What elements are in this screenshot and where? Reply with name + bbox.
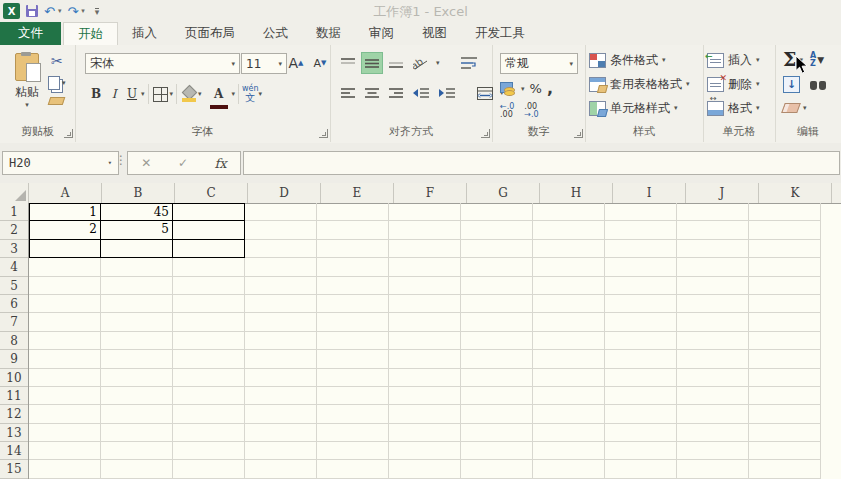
cell-C3[interactable]: [173, 240, 245, 258]
cell-E15[interactable]: [317, 460, 389, 478]
cell-B12[interactable]: [101, 405, 173, 423]
cell-I5[interactable]: [605, 277, 677, 295]
cell-F13[interactable]: [389, 424, 461, 442]
cell-D11[interactable]: [245, 387, 317, 405]
cell-J13[interactable]: [677, 424, 749, 442]
cell-F10[interactable]: [389, 369, 461, 387]
align-center-icon[interactable]: [362, 83, 382, 103]
cell-B14[interactable]: [101, 442, 173, 460]
cell-C10[interactable]: [173, 369, 245, 387]
borders-icon[interactable]: [152, 83, 170, 105]
cell-C2[interactable]: [173, 221, 245, 239]
find-select-icon[interactable]: [810, 79, 826, 90]
cell-I7[interactable]: [605, 313, 677, 331]
cell-G1[interactable]: [461, 203, 533, 221]
name-box[interactable]: H20 ▾: [2, 151, 119, 175]
cell-I1[interactable]: [605, 203, 677, 221]
cell-H9[interactable]: [533, 350, 605, 368]
row-header[interactable]: 4: [0, 258, 28, 276]
row-header[interactable]: 1: [0, 203, 28, 221]
row-header[interactable]: 6: [0, 295, 28, 313]
increase-indent-icon[interactable]: [436, 83, 458, 103]
cell-G12[interactable]: [461, 405, 533, 423]
cell-F12[interactable]: [389, 405, 461, 423]
cell-C14[interactable]: [173, 442, 245, 460]
insert-function-icon[interactable]: fx: [215, 156, 227, 171]
cell-F8[interactable]: [389, 332, 461, 350]
cell-F6[interactable]: [389, 295, 461, 313]
cell-I15[interactable]: [605, 460, 677, 478]
row-header[interactable]: 10: [0, 369, 28, 387]
alignment-dialog-launcher-icon[interactable]: [481, 129, 490, 138]
cell-G13[interactable]: [461, 424, 533, 442]
cell-J14[interactable]: [677, 442, 749, 460]
cell-B15[interactable]: [101, 460, 173, 478]
cell-I8[interactable]: [605, 332, 677, 350]
cell-K10[interactable]: [749, 369, 821, 387]
cell-F4[interactable]: [389, 258, 461, 276]
cell-G15[interactable]: [461, 460, 533, 478]
copy-dropdown-icon[interactable]: ▾: [62, 79, 66, 87]
cell-B7[interactable]: [101, 313, 173, 331]
cell-J5[interactable]: [677, 277, 749, 295]
cell-B9[interactable]: [101, 350, 173, 368]
cell-H3[interactable]: [533, 240, 605, 258]
cell-J12[interactable]: [677, 405, 749, 423]
formula-input[interactable]: [243, 151, 840, 175]
clear-dropdown-icon[interactable]: ▾: [803, 104, 807, 112]
cell-G4[interactable]: [461, 258, 533, 276]
name-box-dropdown-icon[interactable]: ▾: [108, 159, 112, 167]
row-header[interactable]: 7: [0, 313, 28, 331]
font-dialog-launcher-icon[interactable]: [319, 129, 328, 138]
row-header[interactable]: 3: [0, 240, 28, 258]
cell-D1[interactable]: [245, 203, 317, 221]
cell-C12[interactable]: [173, 405, 245, 423]
cell-F15[interactable]: [389, 460, 461, 478]
decrease-decimal-icon[interactable]: .00→.0: [524, 103, 538, 119]
fill-button[interactable]: ↓: [783, 76, 800, 93]
cell-D2[interactable]: [245, 221, 317, 239]
tab-data[interactable]: 数据: [302, 22, 355, 45]
cell-H10[interactable]: [533, 369, 605, 387]
borders-dropdown-icon[interactable]: ▾: [170, 90, 174, 98]
increase-decimal-icon[interactable]: ←.0.00: [500, 103, 514, 119]
cell-B5[interactable]: [101, 277, 173, 295]
cell-F5[interactable]: [389, 277, 461, 295]
cell-J1[interactable]: [677, 203, 749, 221]
cell-D9[interactable]: [245, 350, 317, 368]
cell-E9[interactable]: [317, 350, 389, 368]
cell-A13[interactable]: [29, 424, 101, 442]
cell-J11[interactable]: [677, 387, 749, 405]
column-header[interactable]: H: [540, 183, 613, 203]
cell-B13[interactable]: [101, 424, 173, 442]
cell-H8[interactable]: [533, 332, 605, 350]
row-header[interactable]: 14: [0, 442, 28, 460]
tab-developer[interactable]: 开发工具: [461, 22, 539, 45]
cell-K4[interactable]: [749, 258, 821, 276]
align-bottom-icon[interactable]: [386, 53, 406, 73]
format-painter-icon[interactable]: [48, 97, 66, 105]
cell-E11[interactable]: [317, 387, 389, 405]
select-all-corner[interactable]: [0, 183, 29, 203]
align-right-icon[interactable]: [386, 83, 406, 103]
cell-J2[interactable]: [677, 221, 749, 239]
cell-H7[interactable]: [533, 313, 605, 331]
align-top-icon[interactable]: [338, 53, 358, 73]
cell-F2[interactable]: [389, 221, 461, 239]
tab-file[interactable]: 文件: [0, 22, 61, 45]
fill-color-dropdown-icon[interactable]: ▾: [198, 90, 202, 98]
cell-C6[interactable]: [173, 295, 245, 313]
cell-H14[interactable]: [533, 442, 605, 460]
cell-A9[interactable]: [29, 350, 101, 368]
cell-A1[interactable]: 1: [29, 203, 101, 221]
insert-cells-button[interactable]: 插入▾: [703, 48, 760, 72]
column-header[interactable]: F: [394, 183, 467, 203]
cell-D6[interactable]: [245, 295, 317, 313]
cell-E5[interactable]: [317, 277, 389, 295]
tab-page-layout[interactable]: 页面布局: [171, 22, 249, 45]
cell-E2[interactable]: [317, 221, 389, 239]
format-cells-button[interactable]: 格式▾: [703, 96, 760, 120]
font-size-combo[interactable]: 11▾: [241, 53, 287, 74]
row-header[interactable]: 8: [0, 332, 28, 350]
cell-E10[interactable]: [317, 369, 389, 387]
